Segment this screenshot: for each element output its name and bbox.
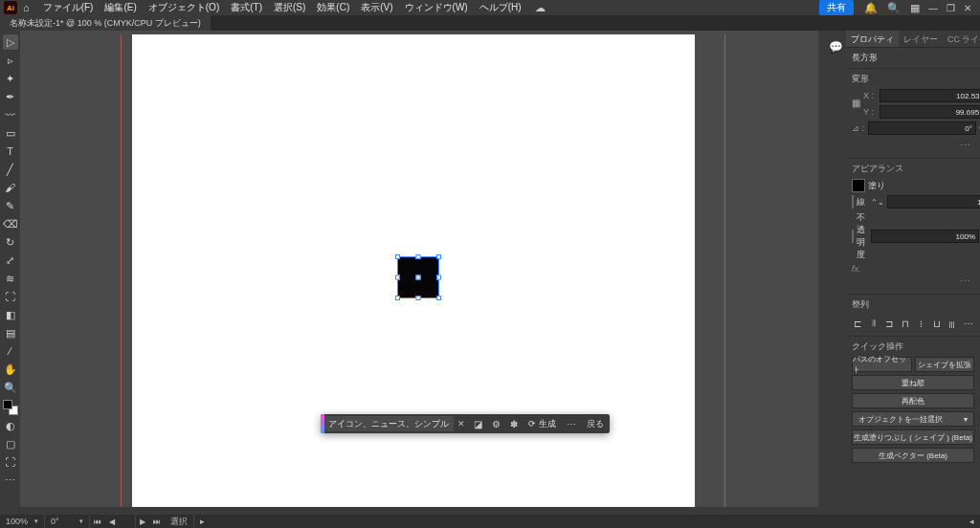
opacity-swatch[interactable] [852, 230, 854, 243]
generative-vector-button[interactable]: 生成ベクター (Beta) [852, 448, 974, 463]
document-tab[interactable]: 名称未設定-1* @ 100 % (CMYK/CPU プレビュー) [0, 15, 211, 32]
settings-icon[interactable]: ✽ [505, 419, 523, 429]
menu-type[interactable]: 書式(T) [225, 0, 268, 16]
recolor-button[interactable]: 再配色 [852, 393, 974, 408]
arrange-icon[interactable]: ▦ [910, 2, 920, 14]
scale-tool-icon[interactable]: ⤢ [3, 253, 18, 268]
offset-path-button[interactable]: パスのオフセット [852, 357, 912, 372]
fx-label[interactable]: fx. [852, 264, 974, 274]
width-tool-icon[interactable]: ≋ [3, 271, 18, 286]
paintbrush-tool-icon[interactable]: 🖌 [3, 180, 18, 195]
magic-wand-tool-icon[interactable]: ✦ [3, 71, 18, 86]
align-bottom-icon[interactable]: ⊔ [931, 317, 944, 330]
status-right-split-icon[interactable]: ◂ [964, 517, 980, 526]
curvature-tool-icon[interactable]: 〰 [3, 107, 18, 122]
type-tool-icon[interactable]: T [3, 143, 18, 159]
color-mode-icon[interactable]: ◐ [3, 418, 18, 433]
expand-shape-button[interactable]: シェイプを拡張 [915, 357, 975, 372]
tab-cclib[interactable]: CC ライブラリ [943, 31, 980, 47]
tab-properties[interactable]: プロパティ [846, 31, 899, 47]
menu-select[interactable]: 選択(S) [268, 0, 311, 16]
hand-tool-icon[interactable]: ✋ [3, 362, 18, 377]
artboard[interactable] [132, 34, 695, 511]
back-button[interactable]: 戻る [581, 418, 610, 430]
screen-mode-icon[interactable]: ⛶ [3, 454, 18, 470]
artboard-prev-icon[interactable]: ◀ [105, 517, 119, 526]
scrollbar-horizontal[interactable] [20, 507, 818, 515]
fill-swatch[interactable] [852, 179, 865, 192]
comments-panel-icon[interactable]: 💬 [829, 36, 843, 57]
y-field[interactable] [880, 105, 980, 119]
stroke-swatch[interactable] [852, 195, 854, 209]
direct-selection-tool-icon[interactable]: ▹ [3, 53, 18, 68]
share-button[interactable]: 共有 [819, 0, 854, 15]
canvas-area[interactable]: ✕ ◪ ⚙ ✽ ⟳生成 ⋯ 戻る [20, 31, 826, 515]
transform-more-icon[interactable]: ⋯ [852, 138, 974, 154]
opacity-field[interactable] [871, 230, 979, 243]
handle-bottom-right[interactable] [436, 296, 441, 300]
shape-builder-tool-icon[interactable]: ◧ [3, 307, 18, 322]
style-picker-icon[interactable]: ⚙ [487, 419, 505, 429]
align-top-icon[interactable]: ⊓ [900, 317, 912, 330]
eyedropper-tool-icon[interactable]: ⁄ [3, 343, 18, 359]
handle-top-right[interactable] [436, 254, 441, 259]
artboard-prev-first-icon[interactable]: ⏮ [90, 517, 105, 526]
x-field[interactable] [880, 89, 980, 102]
eraser-tool-icon[interactable]: ⌫ [3, 216, 18, 231]
menu-effect[interactable]: 効果(C) [311, 0, 355, 16]
align-right-icon[interactable]: ⊐ [883, 317, 896, 330]
handle-left[interactable] [395, 275, 400, 280]
rotate-tool-icon[interactable]: ↻ [3, 234, 18, 250]
window-minimize-icon[interactable]: — [924, 3, 942, 13]
stroke-stepper-icon[interactable]: ⌃⌄ [871, 198, 884, 207]
generate-prompt-input[interactable] [324, 416, 454, 431]
shaper-tool-icon[interactable]: ✎ [3, 198, 18, 213]
zoom-field[interactable] [6, 517, 33, 526]
draw-mode-icon[interactable]: ▢ [3, 436, 18, 451]
fill-stroke-swatch[interactable] [3, 400, 18, 415]
menu-edit[interactable]: 編集(E) [99, 0, 142, 16]
home-icon[interactable]: ⌂ [23, 2, 30, 13]
menu-help[interactable]: ヘルプ(H) [474, 0, 527, 16]
artboard-next-last-icon[interactable]: ⏭ [149, 517, 165, 526]
stroke-width-field[interactable] [887, 195, 980, 209]
free-transform-tool-icon[interactable]: ⛶ [3, 289, 18, 304]
generative-fill-button[interactable]: 生成塗りつぶし ( シェイプ ) (Beta) [852, 429, 974, 445]
generate-button[interactable]: ⟳生成 [523, 418, 562, 430]
menu-view[interactable]: 表示(V) [355, 0, 398, 16]
handle-bottom[interactable] [416, 296, 421, 300]
rotate-field-box[interactable]: ▾ [45, 515, 90, 528]
handle-top-left[interactable] [395, 254, 400, 259]
menu-window[interactable]: ウィンドウ(W) [399, 0, 474, 16]
menu-file[interactable]: ファイル(F) [37, 0, 100, 16]
pen-tool-icon[interactable]: ✒ [3, 89, 18, 104]
notifications-icon[interactable]: 🔔 [864, 2, 878, 14]
tab-layers[interactable]: レイヤー [899, 31, 943, 47]
select-similar-button[interactable]: オブジェクトを一括選択▾ [852, 411, 974, 427]
handle-center[interactable] [416, 275, 421, 280]
angle-field[interactable] [868, 121, 976, 135]
appearance-more-icon[interactable]: ⋯ [852, 274, 974, 290]
align-left-icon[interactable]: ⊏ [852, 317, 864, 330]
handle-bottom-left[interactable] [395, 296, 400, 300]
reference-point-icon[interactable]: ▦ [852, 89, 860, 116]
handle-right[interactable] [436, 275, 441, 280]
distribute-h-icon[interactable]: ⫼ [947, 317, 959, 330]
clear-prompt-icon[interactable]: ✕ [454, 419, 469, 429]
arrange-button[interactable]: 重ね順 [852, 375, 974, 390]
more-icon[interactable]: ⋯ [562, 419, 581, 429]
align-hcenter-icon[interactable]: ⫴ [868, 317, 880, 330]
cloud-icon[interactable]: ☁ [535, 2, 546, 14]
rectangle-tool-icon[interactable]: ▭ [3, 125, 18, 141]
edit-toolbar-icon[interactable]: ⋯ [3, 473, 18, 488]
swatch-picker-icon[interactable]: ◪ [469, 419, 487, 429]
window-restore-icon[interactable]: ❐ [942, 3, 959, 13]
menu-object[interactable]: オブジェクト(O) [143, 0, 225, 16]
rotate-field[interactable] [51, 517, 78, 526]
gradient-tool-icon[interactable]: ▤ [3, 325, 18, 341]
selection-tool-icon[interactable]: ▷ [3, 34, 18, 50]
status-split-icon[interactable]: ▸ [194, 517, 211, 526]
window-close-icon[interactable]: ✕ [959, 3, 976, 13]
handle-top[interactable] [416, 254, 421, 259]
line-tool-icon[interactable]: ╱ [3, 162, 18, 177]
